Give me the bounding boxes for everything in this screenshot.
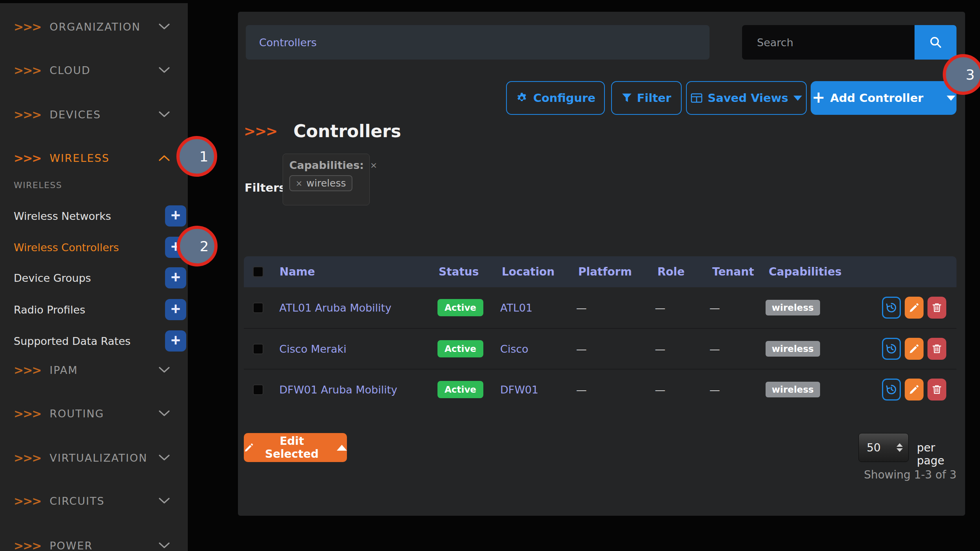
row-checkbox[interactable] bbox=[253, 344, 263, 354]
annotation-badge-3: 3 bbox=[943, 54, 980, 95]
location-link[interactable]: DFW01 bbox=[500, 384, 538, 396]
sidebar-section-circuits[interactable]: >>> CIRCUITS bbox=[0, 487, 188, 515]
breadcrumb[interactable]: Controllers bbox=[246, 25, 710, 60]
breadcrumb-link[interactable]: Controllers bbox=[259, 36, 317, 49]
sidebar-item-label[interactable]: Device Groups bbox=[14, 272, 91, 284]
status-badge: Active bbox=[437, 340, 483, 357]
sidebar-section-devices[interactable]: >>> DEVICES bbox=[0, 101, 188, 128]
add-controller-button-label: Add Controller bbox=[830, 91, 924, 105]
sidebar-section-label: WIRELESS bbox=[49, 152, 109, 164]
sidebar-section-power[interactable]: >>> POWER bbox=[0, 532, 188, 551]
column-header-name[interactable]: Name bbox=[279, 265, 439, 278]
edit-button[interactable] bbox=[905, 338, 924, 360]
location-link[interactable]: Cisco bbox=[500, 343, 528, 355]
column-header-platform[interactable]: Platform bbox=[578, 265, 657, 278]
main-panel: Controllers Configure Filter bbox=[238, 12, 965, 516]
active-filter-group: Capabilities: × × wireless bbox=[283, 154, 370, 205]
filter-button[interactable]: Filter bbox=[611, 81, 682, 115]
triple-chevron-icon: >>> bbox=[14, 494, 41, 508]
tenant-value: — bbox=[710, 384, 766, 396]
triple-chevron-icon: >>> bbox=[14, 451, 41, 465]
sidebar-item-wireless-controllers: Wireless Controllers + bbox=[0, 236, 188, 259]
edit-pencil-icon bbox=[909, 343, 920, 354]
remove-chip-icon[interactable]: × bbox=[296, 179, 303, 188]
controllers-table: Name Status Location Platform Role Tenan… bbox=[244, 256, 956, 410]
sidebar-section-virtualization[interactable]: >>> VIRTUALIZATION bbox=[0, 444, 188, 471]
delete-button[interactable] bbox=[927, 297, 946, 319]
location-link[interactable]: ATL01 bbox=[500, 302, 532, 314]
chevron-up-icon bbox=[159, 155, 170, 161]
delete-button[interactable] bbox=[927, 379, 946, 401]
edit-selected-button[interactable]: Edit Selected bbox=[244, 433, 347, 462]
sidebar-section-ipam[interactable]: >>> IPAM bbox=[0, 356, 188, 384]
configure-button-label: Configure bbox=[533, 91, 595, 105]
caret-down-icon[interactable] bbox=[947, 96, 955, 101]
controller-name-link[interactable]: DFW01 Aruba Mobility bbox=[279, 384, 397, 396]
triple-chevron-icon: >>> bbox=[14, 63, 41, 77]
sidebar-section-label: VIRTUALIZATION bbox=[49, 452, 147, 464]
chevron-down-icon bbox=[159, 24, 170, 30]
saved-views-button[interactable]: Saved Views bbox=[686, 81, 807, 115]
sidebar-section-routing[interactable]: >>> ROUTING bbox=[0, 400, 188, 427]
status-badge: Active bbox=[437, 299, 483, 316]
select-all-checkbox[interactable] bbox=[253, 266, 263, 277]
add-controller-button[interactable]: + Add Controller bbox=[811, 81, 956, 115]
sidebar-item-label[interactable]: Wireless Networks bbox=[14, 210, 111, 222]
edit-button[interactable] bbox=[905, 379, 924, 401]
sidebar-section-wireless[interactable]: >>> WIRELESS bbox=[0, 144, 188, 172]
per-page-select[interactable]: 50 bbox=[858, 433, 909, 462]
sidebar-section-label: CIRCUITS bbox=[49, 495, 104, 507]
column-header-role[interactable]: Role bbox=[657, 265, 712, 278]
sidebar-section-label: DEVICES bbox=[49, 109, 101, 121]
changelog-button[interactable] bbox=[882, 338, 901, 360]
configure-button[interactable]: Configure bbox=[506, 81, 605, 115]
column-header-capabilities[interactable]: Capabilities bbox=[769, 265, 886, 278]
per-page-label: per page bbox=[917, 441, 965, 467]
page-title-row: >>> Controllers bbox=[244, 118, 401, 143]
controller-name-link[interactable]: ATL01 Aruba Mobility bbox=[279, 302, 392, 314]
search-input[interactable] bbox=[742, 25, 915, 60]
chevron-down-icon bbox=[159, 542, 170, 549]
add-supported-data-rate-button[interactable]: + bbox=[165, 330, 186, 352]
role-value: — bbox=[655, 384, 710, 396]
row-checkbox[interactable] bbox=[253, 384, 263, 395]
delete-button[interactable] bbox=[927, 338, 946, 360]
sidebar-section-cloud[interactable]: >>> CLOUD bbox=[0, 56, 188, 84]
tenant-value: — bbox=[710, 302, 766, 314]
per-page-value: 50 bbox=[859, 441, 881, 454]
search-button[interactable] bbox=[915, 25, 956, 60]
changelog-button[interactable] bbox=[882, 379, 901, 401]
row-checkbox[interactable] bbox=[253, 303, 263, 313]
column-header-tenant[interactable]: Tenant bbox=[712, 265, 769, 278]
sidebar-item-label[interactable]: Wireless Controllers bbox=[14, 241, 119, 254]
filter-button-label: Filter bbox=[637, 91, 671, 105]
sidebar-section-label: ROUTING bbox=[49, 408, 104, 420]
annotation-badge-1: 1 bbox=[176, 136, 217, 177]
column-header-status[interactable]: Status bbox=[439, 265, 502, 278]
column-header-location[interactable]: Location bbox=[502, 265, 578, 278]
sidebar-section-label: ORGANIZATION bbox=[49, 21, 140, 33]
triple-chevron-icon: >>> bbox=[14, 407, 41, 420]
remove-filter-icon[interactable]: × bbox=[370, 160, 377, 170]
annotation-badge-2: 2 bbox=[177, 226, 218, 266]
caret-down-icon bbox=[793, 96, 802, 101]
table-row: ATL01 Aruba Mobility Active ATL01 — — — … bbox=[244, 287, 956, 328]
add-device-group-button[interactable]: + bbox=[165, 267, 186, 288]
filter-chip-label: wireless bbox=[307, 178, 346, 189]
table-layout-icon bbox=[691, 93, 702, 103]
spinner-arrows-icon[interactable] bbox=[897, 443, 903, 452]
sidebar-section-label: CLOUD bbox=[49, 64, 91, 76]
edit-button[interactable] bbox=[905, 297, 924, 319]
sidebar-section-organization[interactable]: >>> ORGANIZATION bbox=[0, 13, 188, 40]
edit-selected-label: Edit Selected bbox=[260, 435, 324, 460]
filter-chip-wireless[interactable]: × wireless bbox=[289, 175, 352, 191]
sidebar-item-label[interactable]: Radio Profiles bbox=[14, 304, 85, 316]
add-radio-profile-button[interactable]: + bbox=[165, 299, 186, 320]
changelog-button[interactable] bbox=[882, 297, 901, 319]
controller-name-link[interactable]: Cisco Meraki bbox=[279, 343, 347, 355]
chevron-down-icon bbox=[159, 367, 170, 373]
sidebar-item-label[interactable]: Supported Data Rates bbox=[14, 335, 131, 347]
add-wireless-network-button[interactable]: + bbox=[165, 205, 186, 227]
platform-value: — bbox=[576, 302, 655, 314]
tenant-value: — bbox=[710, 343, 766, 355]
